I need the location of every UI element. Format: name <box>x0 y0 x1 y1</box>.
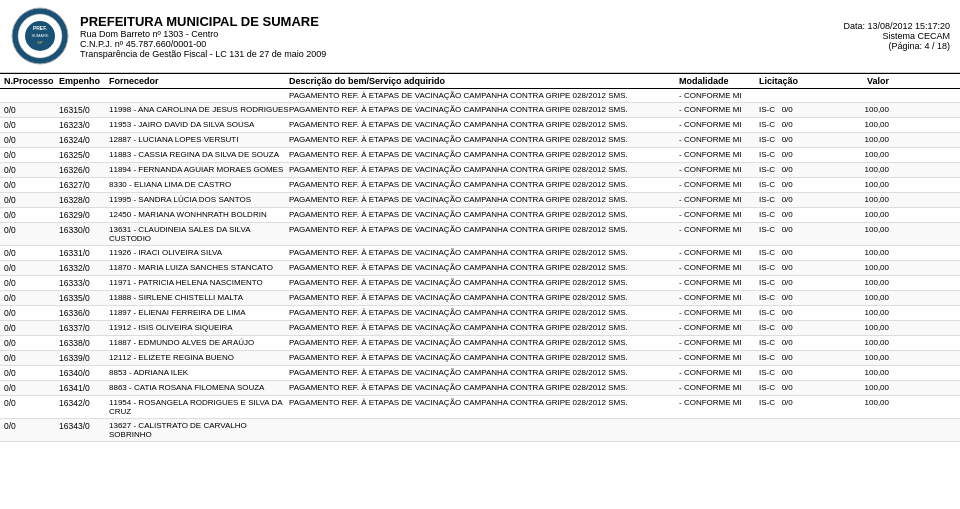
cell-val: 100,00 <box>819 225 889 234</box>
col-header-emp: Empenho <box>59 76 109 86</box>
cell-np: 0/0 <box>4 293 59 303</box>
cell-forn: 11971 - PATRICIA HELENA NASCIMENTO <box>109 278 289 287</box>
cell-lic: IS-C 0/0 <box>759 105 819 114</box>
cell-mod: - CONFORME MI <box>679 248 759 257</box>
table-row: 0/0 16330/0 13631 - CLAUDINEIA SALES DA … <box>0 223 960 246</box>
cell-forn: 11926 - IRACI OLIVEIRA SILVA <box>109 248 289 257</box>
cell-desc: PAGAMENTO REF. À ETAPAS DE VACINAÇÃO CAM… <box>289 278 679 287</box>
first-row-emp <box>59 91 109 100</box>
table-row: 0/0 16327/0 8330 - ELIANA LIMA DE CASTRO… <box>0 178 960 193</box>
cell-val: 100,00 <box>819 278 889 287</box>
cell-np: 0/0 <box>4 383 59 393</box>
cell-desc: PAGAMENTO REF. À ETAPAS DE VACINAÇÃO CAM… <box>289 383 679 392</box>
cell-forn: 8330 - ELIANA LIMA DE CASTRO <box>109 180 289 189</box>
cell-val: 100,00 <box>819 398 889 407</box>
cell-desc: PAGAMENTO REF. À ETAPAS DE VACINAÇÃO CAM… <box>289 353 679 362</box>
cell-desc: PAGAMENTO REF. À ETAPAS DE VACINAÇÃO CAM… <box>289 120 679 129</box>
cell-np: 0/0 <box>4 278 59 288</box>
cell-desc: PAGAMENTO REF. À ETAPAS DE VACINAÇÃO CAM… <box>289 248 679 257</box>
cell-lic: IS-C 0/0 <box>759 135 819 144</box>
table-row: 0/0 16325/0 11883 - CASSIA REGINA DA SIL… <box>0 148 960 163</box>
cell-forn: 12450 - MARIANA WONHNRATH BOLDRIN <box>109 210 289 219</box>
table-row: 0/0 16339/0 12112 - ELIZETE REGINA BUENO… <box>0 351 960 366</box>
first-row-forn <box>109 91 289 100</box>
cell-val: 100,00 <box>819 180 889 189</box>
cell-mod: - CONFORME MI <box>679 150 759 159</box>
cell-desc: PAGAMENTO REF. À ETAPAS DE VACINAÇÃO CAM… <box>289 368 679 377</box>
table-row: 0/0 16323/0 11953 - JAIRO DAVID DA SILVA… <box>0 118 960 133</box>
cell-np: 0/0 <box>4 263 59 273</box>
cell-mod: - CONFORME MI <box>679 135 759 144</box>
cell-lic: IS-C 0/0 <box>759 248 819 257</box>
cell-lic: IS-C 0/0 <box>759 225 819 234</box>
cell-desc: PAGAMENTO REF. À ETAPAS DE VACINAÇÃO CAM… <box>289 195 679 204</box>
cell-lic: IS-C 0/0 <box>759 368 819 377</box>
header-right: Data: 13/08/2012 15:17:20 Sistema CECAM … <box>843 21 950 51</box>
cell-lic: IS-C 0/0 <box>759 308 819 317</box>
cell-forn: 11887 - EDMUNDO ALVES DE ARAÚJO <box>109 338 289 347</box>
cell-forn: 11953 - JAIRO DAVID DA SILVA SOUSA <box>109 120 289 129</box>
cell-forn: 11883 - CASSIA REGINA DA SILVA DE SOUZA <box>109 150 289 159</box>
cell-val: 100,00 <box>819 293 889 302</box>
cell-forn: 11912 - ISIS OLIVEIRA SIQUEIRA <box>109 323 289 332</box>
table-body: 0/0 16315/0 11998 - ANA CAROLINA DE JESU… <box>0 103 960 442</box>
cell-forn: 11897 - ELIENAI FERREIRA DE LIMA <box>109 308 289 317</box>
cell-np: 0/0 <box>4 180 59 190</box>
cell-lic: IS-C 0/0 <box>759 263 819 272</box>
col-header-np: N.Processo <box>4 76 59 86</box>
cell-mod: - CONFORME MI <box>679 398 759 407</box>
cell-mod: - CONFORME MI <box>679 338 759 347</box>
cell-desc: PAGAMENTO REF. À ETAPAS DE VACINAÇÃO CAM… <box>289 338 679 347</box>
cell-lic: IS-C 0/0 <box>759 120 819 129</box>
table-row: 0/0 16337/0 11912 - ISIS OLIVEIRA SIQUEI… <box>0 321 960 336</box>
cell-emp: 16337/0 <box>59 323 109 333</box>
col-header-mod: Modalidade <box>679 76 759 86</box>
cell-val: 100,00 <box>819 105 889 114</box>
cell-emp: 16333/0 <box>59 278 109 288</box>
table-row: 0/0 16328/0 11995 - SANDRA LÚCIA DOS SAN… <box>0 193 960 208</box>
report-system: Sistema CECAM <box>843 31 950 41</box>
cell-forn: 11870 - MARIA LUIZA SANCHES STANCATO <box>109 263 289 272</box>
cell-forn: 11995 - SANDRA LÚCIA DOS SANTOS <box>109 195 289 204</box>
cell-lic: IS-C 0/0 <box>759 338 819 347</box>
cell-emp: 16325/0 <box>59 150 109 160</box>
cell-np: 0/0 <box>4 105 59 115</box>
cell-val: 100,00 <box>819 263 889 272</box>
cell-np: 0/0 <box>4 195 59 205</box>
table-row: 0/0 16333/0 11971 - PATRICIA HELENA NASC… <box>0 276 960 291</box>
cell-lic: IS-C 0/0 <box>759 323 819 332</box>
cell-lic: IS-C 0/0 <box>759 353 819 362</box>
report-page: (Página: 4 / 18) <box>843 41 950 51</box>
cell-desc: PAGAMENTO REF. À ETAPAS DE VACINAÇÃO CAM… <box>289 398 679 407</box>
table-row: 0/0 16341/0 8863 - CATIA ROSANA FILOMENA… <box>0 381 960 396</box>
cell-val: 100,00 <box>819 353 889 362</box>
header-text: PREFEITURA MUNICIPAL DE SUMARE Rua Dom B… <box>80 14 843 59</box>
cell-emp: 16329/0 <box>59 210 109 220</box>
cell-mod: - CONFORME MI <box>679 120 759 129</box>
cell-np: 0/0 <box>4 248 59 258</box>
cell-emp: 16332/0 <box>59 263 109 273</box>
first-row-np <box>4 91 59 100</box>
cell-np: 0/0 <box>4 421 59 431</box>
cell-val: 100,00 <box>819 120 889 129</box>
cell-emp: 16324/0 <box>59 135 109 145</box>
first-row-desc: PAGAMENTO REF. À ETAPAS DE VACINAÇÃO CAM… <box>289 91 679 100</box>
cell-desc: PAGAMENTO REF. À ETAPAS DE VACINAÇÃO CAM… <box>289 180 679 189</box>
cell-lic: IS-C 0/0 <box>759 278 819 287</box>
cell-val: 100,00 <box>819 308 889 317</box>
table-row: 0/0 16340/0 8853 - ADRIANA ILEK PAGAMENT… <box>0 366 960 381</box>
cell-emp: 16315/0 <box>59 105 109 115</box>
cell-np: 0/0 <box>4 338 59 348</box>
cell-np: 0/0 <box>4 353 59 363</box>
cell-forn: 13627 - CALISTRATO DE CARVALHO SOBRINHO <box>109 421 289 439</box>
cell-lic: IS-C 0/0 <box>759 180 819 189</box>
cell-emp: 16323/0 <box>59 120 109 130</box>
cell-desc: PAGAMENTO REF. À ETAPAS DE VACINAÇÃO CAM… <box>289 150 679 159</box>
cell-mod: - CONFORME MI <box>679 278 759 287</box>
cell-forn: 11998 - ANA CAROLINA DE JESUS RODRIGUES <box>109 105 289 114</box>
cell-np: 0/0 <box>4 135 59 145</box>
table-row: 0/0 16336/0 11897 - ELIENAI FERREIRA DE … <box>0 306 960 321</box>
cell-desc: PAGAMENTO REF. À ETAPAS DE VACINAÇÃO CAM… <box>289 225 679 234</box>
cell-emp: 16341/0 <box>59 383 109 393</box>
cell-emp: 16328/0 <box>59 195 109 205</box>
